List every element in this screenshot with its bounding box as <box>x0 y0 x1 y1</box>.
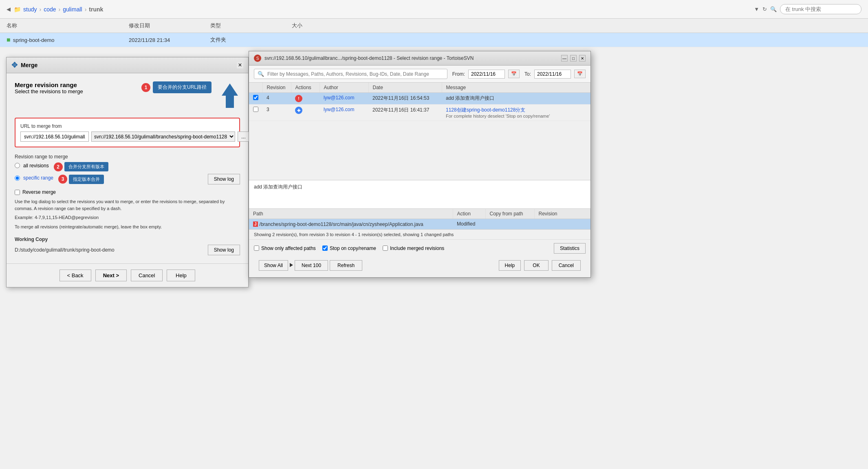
row-checkbox-cell <box>249 105 262 121</box>
show-log-button-2[interactable]: Show log <box>208 245 240 255</box>
col-type: 类型 <box>204 19 285 33</box>
url-input[interactable] <box>20 131 89 142</box>
path-row[interactable]: J /branches/spring-boot-demo1128/src/mai… <box>249 219 590 229</box>
author-link[interactable]: lyw@126.com <box>324 107 355 112</box>
merge-footer: < Back Next > Cancel Help <box>7 263 248 287</box>
step1-badge: 1 <box>141 83 150 92</box>
close-button[interactable]: ✕ <box>579 55 586 61</box>
svn-log-dialog: S svn://192.168.56.10/gulimallbranc.../s… <box>249 51 591 278</box>
ok-button[interactable]: OK <box>524 260 548 271</box>
author-link[interactable]: lyw@126.com <box>324 95 355 101</box>
path-cell: J /branches/spring-boot-demo1128/src/mai… <box>249 219 453 229</box>
refresh-button[interactable]: Refresh <box>330 260 362 271</box>
show-all-button[interactable]: Show All <box>259 260 288 271</box>
revision-cell <box>534 219 590 229</box>
to-label: To: <box>524 71 531 77</box>
reverse-merge-label: Reverse merge <box>22 189 56 195</box>
path-table: Path Action Copy from path Revision J /b… <box>249 209 590 229</box>
search-input[interactable] <box>780 4 861 14</box>
to-date-filter: To: 📅 <box>524 70 586 79</box>
close-button[interactable]: × <box>237 62 243 68</box>
log-row[interactable]: 4 ! lyw@126.com 2022年11月16日 16:54:53 add… <box>249 93 590 105</box>
next100-button[interactable]: Next 100 <box>295 260 328 271</box>
cancel-button[interactable]: Cancel <box>552 260 581 271</box>
back-icon[interactable]: ◀ <box>7 6 11 12</box>
reverse-merge-row: Reverse merge <box>15 189 240 195</box>
statistics-button[interactable]: Statistics <box>554 243 586 254</box>
step2-badge: 2 <box>54 162 63 171</box>
svn-titlebar: S svn://192.168.56.10/gulimallbranc.../s… <box>249 51 590 66</box>
specific-range-row: specific range <box>15 175 53 181</box>
tooltip1: 要合并的分支URL路径 <box>153 81 211 93</box>
include-merged-item: Include merged revisions <box>383 245 444 251</box>
message-link[interactable]: 1128创建spring-boot-demo1128分支 <box>446 107 525 113</box>
file-size <box>285 33 868 47</box>
cancel-button[interactable]: Cancel <box>131 270 163 281</box>
svn-footer: Show All Next 100 Refresh Help OK Cancel <box>254 257 586 274</box>
status-bar: Showing 2 revision(s), from revision 3 t… <box>249 230 590 240</box>
from-date-input[interactable] <box>468 70 505 79</box>
path-col-revision: Revision <box>534 209 590 219</box>
show-log-button[interactable]: Show log <box>208 174 240 184</box>
help-button[interactable]: Help <box>167 270 195 281</box>
to-date-picker[interactable]: 📅 <box>574 70 586 78</box>
col-check <box>249 83 262 93</box>
date-cell: 2022年11月16日 16:41:37 <box>368 105 442 121</box>
copy-note: For complete history deselect 'Stop on c… <box>446 114 586 118</box>
merge-icon: ✥ <box>11 61 18 70</box>
col-name: 名称 <box>0 19 122 33</box>
include-merged-checkbox[interactable] <box>383 245 388 251</box>
include-merged-label: Include merged revisions <box>390 245 444 251</box>
col-actions: Actions <box>291 83 319 93</box>
row-checkbox[interactable] <box>253 95 258 100</box>
col-message: Message <box>442 83 590 93</box>
svg-marker-0 <box>222 83 238 108</box>
window-controls: — □ ✕ <box>561 55 586 61</box>
refresh-icon[interactable]: ↻ <box>762 6 767 12</box>
specific-range-radio[interactable] <box>15 175 20 181</box>
info-text-3: To merge all revisions (reintegrate/auto… <box>15 224 240 230</box>
log-table: Revision Actions Author Date Message 4 ! <box>249 83 590 121</box>
working-copy-label: Working Copy <box>15 237 240 242</box>
all-revisions-row: all revisions <box>15 163 49 169</box>
merge-dialog: ✥ Merge × Merge revision range Select th… <box>6 57 249 287</box>
to-date-input[interactable] <box>534 70 571 79</box>
message-cell: add 添加查询用户接口 <box>442 93 590 105</box>
info-text-2: Example: 4-7,9,11,15-HEAD@pegrevision <box>15 214 240 221</box>
help-button[interactable]: Help <box>499 260 521 271</box>
minimize-button[interactable]: — <box>561 55 568 61</box>
from-date-picker[interactable]: 📅 <box>508 70 520 78</box>
working-copy-row: D:/study/code/gulimall/trunk/spring-boot… <box>15 245 240 255</box>
specific-range-label[interactable]: specific range <box>23 175 53 181</box>
tooltip3: 指定版本合并 <box>69 175 104 184</box>
reverse-merge-checkbox[interactable] <box>15 190 20 195</box>
all-revisions-radio[interactable] <box>15 163 20 168</box>
date-cell: 2022年11月16日 16:54:53 <box>368 93 442 105</box>
browse-button[interactable]: ... <box>238 131 249 142</box>
stop-on-copy-checkbox[interactable] <box>322 245 328 251</box>
file-name: spring-boot-demo <box>13 37 55 43</box>
fm-titlebar: ◀ 📁 study › code › gulimall › trunk ▼ ↻ … <box>0 0 868 19</box>
back-button[interactable]: < Back <box>59 270 91 281</box>
log-row[interactable]: 3 ✚ lyw@126.com 2022年11月16日 16:41:37 112… <box>249 105 590 121</box>
action-icon: ! <box>295 95 302 102</box>
from-date-filter: From: 📅 <box>452 70 520 79</box>
all-revisions-label[interactable]: all revisions <box>23 163 49 169</box>
show-affected-checkbox[interactable] <box>254 245 259 251</box>
maximize-button[interactable]: □ <box>570 55 577 61</box>
stop-on-copy-label: Stop on copy/rename <box>330 245 376 251</box>
author-cell: lyw@126.com <box>319 93 368 105</box>
col-modified: 修改日期 <box>122 19 204 33</box>
show-all-arrow <box>290 262 293 268</box>
dropdown-icon[interactable]: ▼ <box>754 6 759 12</box>
col-author: Author <box>319 83 368 93</box>
filter-input[interactable] <box>267 71 444 77</box>
row-checkbox[interactable] <box>253 107 258 112</box>
next-button[interactable]: Next > <box>95 270 127 281</box>
stop-on-copy-item: Stop on copy/rename <box>322 245 376 251</box>
url-dropdown[interactable]: svn://192.168.56.10/gulimall/branches/sp… <box>91 131 235 142</box>
actions-cell: ! <box>291 93 319 105</box>
table-row[interactable]: ■ spring-boot-demo 2022/11/28 21:34 文件夹 <box>0 33 868 47</box>
show-affected-item: Show only affected paths <box>254 245 316 251</box>
working-copy-path: D:/study/code/gulimall/trunk/spring-boot… <box>15 247 205 253</box>
